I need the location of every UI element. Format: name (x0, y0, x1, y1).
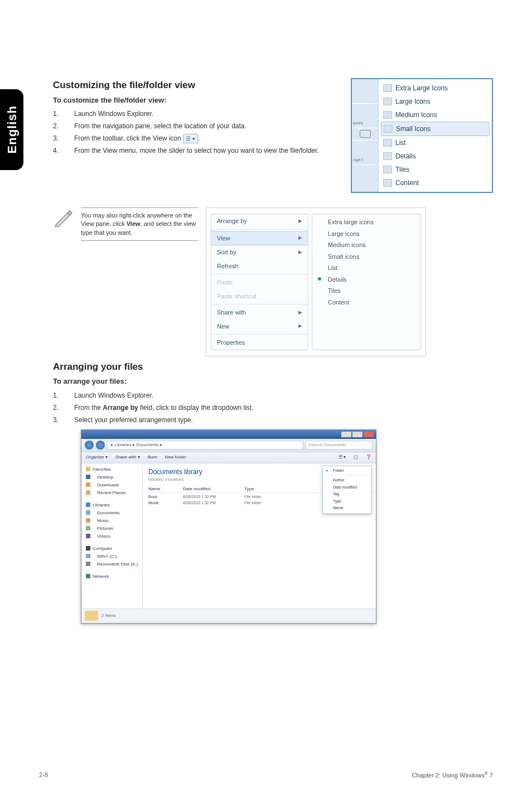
sidebar-favorites[interactable]: Favorites (85, 466, 139, 474)
view-option-tiles[interactable]: Tiles (381, 163, 490, 176)
view-option-large[interactable]: Large Icons (381, 95, 490, 108)
view-option-list[interactable]: List (381, 136, 490, 149)
library-title: Documents library (148, 467, 202, 477)
ctx-arrange-by[interactable]: Arrange by▶ (211, 214, 308, 228)
back-button[interactable] (85, 441, 94, 450)
sidebar-recent[interactable]: Recent Places (85, 489, 139, 497)
ctxr-list[interactable]: List (312, 262, 420, 274)
new-folder-button[interactable]: New folder (165, 454, 186, 461)
ctx-share-with[interactable]: Share with▶ (211, 306, 308, 320)
views-menu-screenshot: tures nge l Extra Large Icons Large Icon… (351, 78, 493, 193)
sidebar-computer[interactable]: Computer (85, 545, 139, 553)
sidebar-music[interactable]: Music (85, 517, 139, 525)
sidebar-downloads[interactable]: Downloads (85, 481, 139, 489)
extra-large-icons-icon (383, 84, 392, 92)
views-slider-track[interactable]: tures nge l (352, 79, 379, 192)
forward-button[interactable] (96, 441, 105, 450)
view-option-details[interactable]: Details (381, 149, 490, 163)
file-list-area: Documents library Includes: 2 locations … (143, 463, 376, 608)
sidebar-desktop[interactable]: Desktop (85, 474, 139, 481)
step-number: 4. (53, 146, 74, 156)
section2-subheading: To arrange your files: (53, 376, 493, 387)
library-subtitle: Includes: 2 locations (148, 477, 202, 483)
col-name[interactable]: Name (148, 486, 183, 492)
small-icons-icon (384, 125, 393, 133)
step-text: Select your preferred arrangement type. (74, 415, 493, 425)
search-input[interactable]: Search Documents (306, 441, 373, 450)
dd-author[interactable]: Author (323, 477, 371, 484)
ctxr-tiles[interactable]: Tiles (312, 285, 420, 297)
bullet-icon (318, 277, 321, 281)
medium-icons-icon (383, 111, 392, 119)
navigation-bar: ▸ Libraries ▸ Documents ▸ Search Documen… (81, 439, 376, 452)
share-with-menu[interactable]: Share with ▾ (115, 454, 140, 461)
preview-pane-icon[interactable]: ▢ (354, 454, 358, 461)
view-option-small[interactable]: Small Icons (381, 122, 490, 136)
breadcrumb[interactable]: ▸ Libraries ▸ Documents ▸ (107, 441, 303, 450)
arrange-by-dropdown: Folder Author Date modified Tag Type Nam… (322, 466, 371, 514)
close-button[interactable] (364, 432, 374, 437)
sidebar-removable[interactable]: Removable Disk (E:) (85, 561, 139, 568)
sidebar-win7-c[interactable]: WIN7 (C:) (85, 553, 139, 561)
toolbar: Organize ▾ Share with ▾ Burn New folder … (81, 452, 376, 463)
change-view-icon[interactable]: ☰ ▾ (338, 454, 346, 461)
context-menu-screenshot: Arrange by▶ View▶ Sort by▶ Refresh Paste… (206, 207, 426, 356)
dd-name[interactable]: Name (323, 505, 371, 512)
ctx-new[interactable]: New▶ (211, 320, 308, 334)
ctxr-medium[interactable]: Medium icons (312, 239, 420, 251)
minimize-button[interactable] (341, 432, 351, 437)
sidebar-pictures[interactable]: Pictures (85, 525, 139, 533)
view-option-medium[interactable]: Medium Icons (381, 108, 490, 122)
organize-menu[interactable]: Organize ▾ (86, 454, 108, 461)
section1-steps: 1.Launch Windows Explorer. 2.From the na… (53, 109, 343, 156)
window-titlebar (81, 430, 376, 439)
ctxr-large[interactable]: Large icons (312, 228, 420, 240)
step-number: 3. (53, 133, 74, 143)
maximize-button[interactable] (352, 432, 362, 437)
step-text: From the navigation pane, select the loc… (74, 121, 343, 131)
sidebar-network[interactable]: Network (85, 573, 139, 581)
sidebar-documents[interactable]: Documents (85, 509, 139, 517)
page-number: 2-8 (39, 770, 48, 780)
ctx-refresh[interactable]: Refresh (211, 259, 308, 273)
view-option-extra-large[interactable]: Extra Large Icons (381, 81, 490, 95)
dd-date-modified[interactable]: Date modified (323, 484, 371, 491)
context-submenu-view: Extra large icons Large icons Medium ico… (312, 214, 421, 350)
step-text: From the View menu, move the slider to s… (74, 146, 343, 156)
dd-type[interactable]: Type (323, 498, 371, 505)
chevron-right-icon: ▶ (298, 322, 302, 330)
step-text: Launch Windows Explorer. (74, 390, 493, 400)
section1-subheading: To customize the file/folder view: (53, 95, 343, 106)
content-icon (383, 179, 392, 187)
step-number: 2. (53, 403, 74, 413)
help-icon[interactable]: ❓ (366, 454, 371, 461)
burn-button[interactable]: Burn (148, 454, 157, 461)
ctxr-small[interactable]: Small icons (312, 251, 420, 263)
dd-tag[interactable]: Tag (323, 491, 371, 498)
col-type[interactable]: Type (244, 486, 289, 492)
step-number: 3. (53, 415, 74, 425)
section2-steps: 1.Launch Windows Explorer. 2.From the Ar… (53, 390, 493, 425)
ctxr-content[interactable]: Content (312, 297, 420, 308)
details-icon (383, 152, 392, 160)
dd-folder[interactable]: Folder (323, 467, 371, 475)
col-date[interactable]: Date modified (183, 486, 244, 492)
pencil-note-icon (53, 207, 73, 228)
ctxr-extra-large[interactable]: Extra large icons (312, 216, 420, 228)
sidebar-libraries[interactable]: Libraries (85, 501, 139, 509)
ctx-sort-by[interactable]: Sort by▶ (211, 245, 308, 259)
ctxr-details[interactable]: Details (312, 274, 420, 286)
views-toolbar-icon[interactable]: ☰ ▾ (183, 134, 198, 143)
ctx-properties[interactable]: Properties (211, 336, 308, 350)
status-bar: 2 items (81, 608, 376, 623)
navigation-pane: Favorites Desktop Downloads Recent Place… (81, 463, 143, 608)
sidebar-videos[interactable]: Videos (85, 533, 139, 540)
chapter-label: Chapter 2: Using Windows® 7 (412, 770, 493, 780)
step-number: 1. (53, 109, 74, 119)
status-text: 2 items (101, 612, 116, 619)
explorer-window-screenshot: ▸ Libraries ▸ Documents ▸ Search Documen… (81, 429, 376, 624)
ctx-view[interactable]: View▶ (211, 231, 308, 246)
view-option-content[interactable]: Content (381, 176, 490, 190)
tiles-icon (383, 166, 392, 173)
step-number: 1. (53, 390, 74, 400)
